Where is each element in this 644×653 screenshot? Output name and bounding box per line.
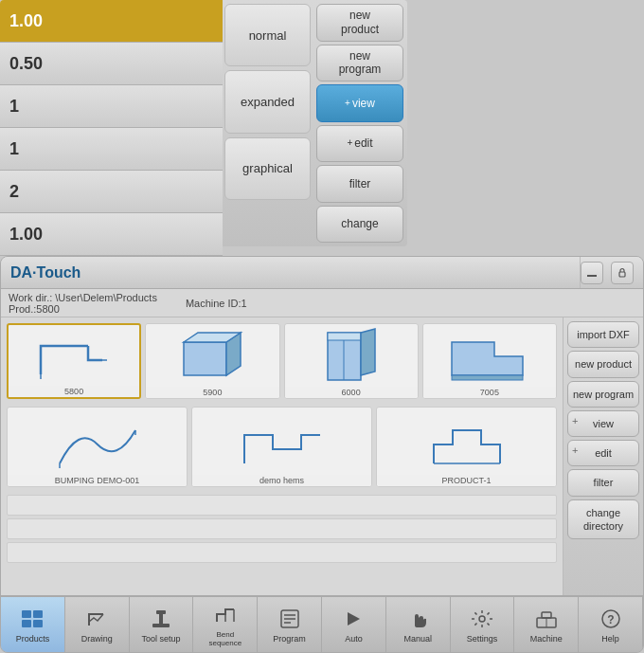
manual-icon (404, 606, 431, 632)
value-row[interactable]: 2 (0, 171, 223, 213)
sidebar-change-dir-btn[interactable]: change directory (567, 499, 639, 540)
svg-rect-18 (156, 610, 166, 614)
product-image-5800 (9, 325, 139, 386)
product-demo-hems[interactable]: demo hems (191, 407, 372, 487)
view-btn[interactable]: + view (316, 84, 403, 122)
change-btn[interactable]: change (316, 206, 403, 244)
graphical-view-btn[interactable]: graphical (224, 137, 311, 200)
product-image-5900 (146, 325, 278, 387)
normal-view-btn[interactable]: normal (224, 4, 311, 66)
new-product-btn[interactable]: newproduct (316, 4, 403, 42)
svg-point-26 (479, 616, 485, 622)
empty-rows (1, 491, 563, 567)
top-right-buttons: newproduct newprogram + view + edit filt… (313, 0, 407, 246)
right-sidebar: import DXF new product new program + vie… (563, 317, 643, 595)
info-bar: Work dir.: \User\Delem\Products Prod.:58… (1, 289, 643, 317)
sidebar-new-program-btn[interactable]: new program (567, 381, 639, 408)
toolbar-bend-sequence[interactable]: Bend sequence (193, 597, 258, 652)
product-thumb-7005[interactable]: 7005 (422, 323, 557, 399)
svg-marker-10 (361, 329, 375, 375)
machine-icon (533, 606, 560, 632)
title-bar: DA·Touch (1, 257, 643, 289)
product-label-product1: PRODUCT-1 (377, 475, 556, 486)
tool-setup-icon (148, 606, 174, 632)
toolbar-manual[interactable]: Manual (386, 597, 451, 652)
sidebar-new-product-btn[interactable]: new product (567, 351, 639, 377)
machine-id-label: Machine ID:1 (186, 298, 247, 309)
empty-row-3 (7, 542, 557, 563)
product-bumping-demo[interactable]: BUMPING DEMO-001 (7, 407, 188, 487)
toolbar-program[interactable]: Program (258, 597, 322, 652)
bend-sequence-label: Bend sequence (208, 630, 242, 647)
bottom-toolbar: Products Drawing Tool setup (1, 595, 643, 652)
sidebar-edit-btn[interactable]: + edit (567, 440, 639, 466)
svg-rect-0 (587, 275, 597, 277)
product-label-6000: 6000 (285, 387, 418, 398)
products-icon (19, 606, 45, 632)
product-thumb-5800[interactable]: 5800 (7, 323, 141, 399)
svg-marker-11 (452, 342, 523, 375)
value-row[interactable]: 1 (0, 85, 223, 128)
svg-rect-17 (33, 620, 43, 627)
svg-rect-1 (619, 272, 625, 277)
value-row[interactable]: 0.50 (0, 43, 223, 85)
drawing-icon (83, 606, 110, 632)
svg-rect-8 (328, 333, 361, 340)
sidebar-view-btn[interactable]: + view (567, 410, 639, 437)
svg-rect-4 (184, 342, 226, 375)
lock-icon[interactable] (611, 262, 634, 284)
new-program-btn[interactable]: newprogram (316, 45, 403, 82)
main-application: DA·Touch Work dir.: \User\Delem\Products… (0, 256, 644, 653)
sidebar-filter-btn[interactable]: filter (567, 469, 639, 496)
product-thumb-5900[interactable]: 5900 (145, 323, 279, 399)
value-row[interactable]: 1 (0, 128, 223, 171)
product-image-bumping (8, 413, 187, 475)
empty-row-2 (7, 518, 557, 539)
product-label-7005: 7005 (423, 387, 556, 398)
toolbar-auto[interactable]: Auto (322, 597, 386, 652)
svg-rect-20 (152, 624, 170, 627)
program-icon (277, 606, 303, 632)
toolbar-settings[interactable]: Settings (451, 597, 515, 652)
svg-rect-28 (542, 612, 551, 618)
toolbar-help[interactable]: ? Help (579, 597, 643, 652)
machine-label: Machine (530, 634, 563, 644)
product-product1[interactable]: PRODUCT-1 (376, 407, 557, 487)
svg-rect-16 (22, 620, 31, 627)
toolbar-tool-setup[interactable]: Tool setup (130, 597, 194, 652)
edit-btn[interactable]: + edit (316, 125, 403, 163)
work-dir-label: Work dir.: \User\Delem\Products Prod.:58… (9, 292, 157, 315)
help-label: Help (601, 634, 619, 644)
expanded-view-btn[interactable]: expanded (224, 70, 311, 133)
help-icon: ? (598, 606, 624, 632)
toolbar-drawing[interactable]: Drawing (65, 597, 130, 652)
program-label: Program (273, 634, 306, 644)
svg-rect-14 (22, 610, 31, 618)
manual-label: Manual (403, 634, 432, 644)
toolbar-machine[interactable]: Machine (514, 597, 579, 652)
product-thumb-6000[interactable]: 6000 (284, 323, 419, 399)
product-label-5900: 5900 (146, 387, 278, 398)
value-row[interactable]: 1.00 (0, 213, 223, 256)
value-row[interactable]: 1.00 (0, 0, 223, 43)
filter-btn[interactable]: filter (316, 165, 403, 203)
minimize-icon[interactable] (581, 262, 603, 284)
value-list: 1.00 0.50 1 1 2 1.00 (0, 0, 223, 246)
product-image-7005 (423, 325, 556, 387)
view-options-group: normal expanded graphical (223, 0, 313, 246)
product-label-5800: 5800 (9, 386, 139, 397)
products-area: 5800 5900 (1, 317, 563, 595)
svg-rect-15 (33, 610, 43, 618)
toolbar-products[interactable]: Products (1, 597, 65, 652)
product-grid: 5800 5900 (1, 317, 563, 399)
product-image-product1 (377, 413, 556, 475)
settings-icon (469, 606, 495, 632)
settings-label: Settings (467, 634, 498, 644)
svg-text:?: ? (607, 613, 614, 626)
content-area: 5800 5900 (1, 317, 643, 595)
empty-row-1 (7, 495, 557, 516)
products-label: Products (16, 634, 50, 644)
top-panel: 1.00 0.50 1 1 2 1.00 normal expanded gra… (0, 0, 407, 246)
import-dxf-btn[interactable]: import DXF (567, 321, 639, 348)
svg-marker-25 (348, 612, 360, 626)
